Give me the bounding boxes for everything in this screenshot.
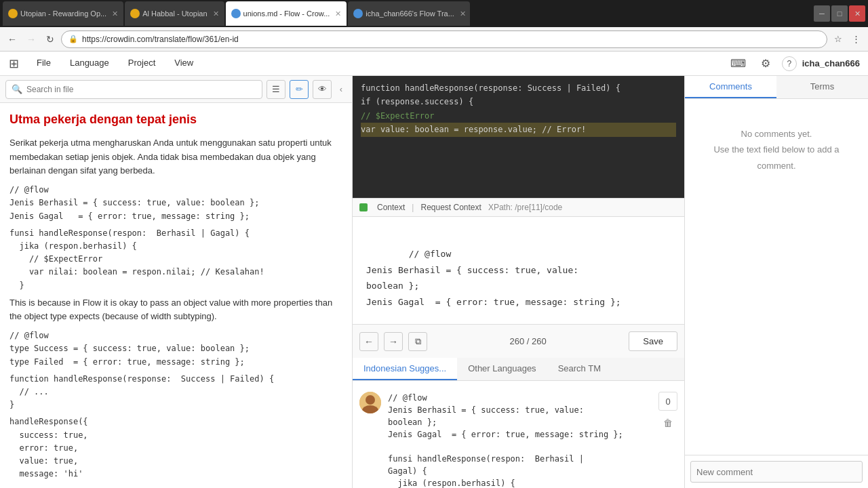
help-btn[interactable]: ? xyxy=(782,56,797,71)
apps-btn[interactable]: ⊞ xyxy=(0,52,27,76)
no-comments-text: No comments yet. Use the text field belo… xyxy=(696,126,857,174)
menu-file[interactable]: File xyxy=(27,52,60,76)
source-title: Utma pekerja dengan tepat jenis xyxy=(9,110,342,129)
editor-toolbar: ← → ⧉ 260 / 260 Save xyxy=(353,324,684,358)
next-segment-btn[interactable]: → xyxy=(384,332,403,351)
grid-icon: ⊞ xyxy=(9,56,19,71)
new-comment-input[interactable] xyxy=(690,461,863,483)
tab-title-4: icha_chan666's Flow Tra... xyxy=(366,9,454,18)
context-link[interactable]: Context xyxy=(377,203,405,212)
tab-unions[interactable]: unions.md - Flow - Crow... ✕ xyxy=(226,1,347,26)
tab-close-btn-4[interactable]: ✕ xyxy=(460,9,466,18)
code-line1: function handleResponse(response: Succes… xyxy=(361,83,620,93)
prev-segment-btn[interactable]: ← xyxy=(359,332,378,351)
menu-bar: ⊞ File Language Project View ⌨ ⚙ ? icha_… xyxy=(0,52,868,76)
menu-language[interactable]: Language xyxy=(60,52,119,76)
source-code3: // @flow type Success = { success: true,… xyxy=(9,329,342,369)
code-line4: var value: boolean = response.value; // … xyxy=(361,125,586,134)
context-indicator xyxy=(359,203,368,211)
keyboard-btn[interactable]: ⌨ xyxy=(728,53,749,75)
trans-line3: boolean }; xyxy=(366,281,419,291)
tab-other-languages[interactable]: Other Languages xyxy=(457,358,547,380)
tab-favicon xyxy=(8,9,18,18)
progress-text: 260 / 260 xyxy=(433,336,623,346)
code-line3: // $ExpectError xyxy=(361,111,434,121)
list-view-btn[interactable]: ☰ xyxy=(267,80,285,99)
browser-chrome: Utopian - Rewarding Op... ✕ Al Habbal - … xyxy=(0,0,868,76)
suggestion-area: // @flowJenis Berhasil = { success: true… xyxy=(353,381,684,488)
suggestion-item: // @flowJenis Berhasil = { success: true… xyxy=(359,388,677,488)
more-btn[interactable]: ⋮ xyxy=(848,31,864,47)
code-view: function handleResponse(response: Succes… xyxy=(353,76,684,198)
tab-title: Utopian - Rewarding Op... xyxy=(20,9,106,18)
tab-title-3: unions.md - Flow - Crow... xyxy=(243,9,330,18)
edit-btn[interactable]: ✏ xyxy=(290,80,309,99)
minimize-btn[interactable]: ─ xyxy=(814,5,830,22)
tab-title-2: Al Habbal - Utopian xyxy=(142,9,207,18)
source-para1: Serikat pekerja utma mengharuskan Anda u… xyxy=(9,136,342,178)
no-comments-line2: Use the text field below to add a commen… xyxy=(696,142,857,174)
tab-close-btn[interactable]: ✕ xyxy=(112,9,118,18)
translation-area[interactable]: // @flow Jenis Berhasil = { success: tru… xyxy=(353,217,684,324)
tab-favicon-3 xyxy=(231,9,241,18)
search-input[interactable] xyxy=(26,85,256,94)
trans-line4: Jenis Gagal = { error: true, message: st… xyxy=(366,297,621,307)
suggestion-text: // @flowJenis Berhasil = { success: true… xyxy=(388,393,623,488)
code-line2: if (response.success) { xyxy=(361,97,473,106)
tab-favicon-2 xyxy=(130,9,140,18)
suggestion-tabs-bar: Indonesian Sugges... Other Languages Sea… xyxy=(353,358,684,381)
address-actions: ☆ ⋮ xyxy=(830,31,864,47)
tab-close-btn-3[interactable]: ✕ xyxy=(335,9,341,18)
source-code5: handleResponse({ success: true, error: t… xyxy=(9,415,342,481)
xpath-text: XPath: /pre[11]/code xyxy=(488,203,562,212)
menu-view[interactable]: View xyxy=(165,52,203,76)
delete-suggestion-btn[interactable]: 🗑 xyxy=(658,413,677,432)
trans-line1: // @flow xyxy=(409,249,452,259)
bookmark-btn[interactable]: ☆ xyxy=(830,31,846,47)
save-button[interactable]: Save xyxy=(629,331,677,351)
close-btn[interactable]: ✕ xyxy=(849,5,865,22)
address-bar: ← → ↻ 🔒 https://crowdin.com/translate/fl… xyxy=(0,27,868,52)
refresh-btn[interactable]: ↻ xyxy=(42,31,58,47)
search-box[interactable]: 🔍 xyxy=(5,80,262,99)
svg-point-1 xyxy=(366,395,375,405)
right-tabs: Comments Terms xyxy=(685,76,868,99)
address-text: https://crowdin.com/translate/flow/361/e… xyxy=(82,35,806,44)
main-layout: 🔍 ☰ ✏ 👁 ‹ Utma pekerja dengan tepat jeni… xyxy=(0,76,868,488)
tab-indonesian[interactable]: Indonesian Sugges... xyxy=(353,358,457,380)
trans-line2: Jenis Berhasil = { success: true, value: xyxy=(366,265,578,275)
tab-terms[interactable]: Terms xyxy=(776,76,868,98)
tab-bar: Utopian - Rewarding Op... ✕ Al Habbal - … xyxy=(0,0,868,27)
preview-btn[interactable]: 👁 xyxy=(313,80,332,99)
toggle-panel-btn[interactable]: ‹ xyxy=(336,80,347,99)
back-btn[interactable]: ← xyxy=(4,31,20,47)
tab-close-btn-2[interactable]: ✕ xyxy=(213,9,219,18)
tab-icha[interactable]: icha_chan666's Flow Tra... ✕ xyxy=(348,1,470,26)
request-context-link[interactable]: Request Context xyxy=(420,203,481,212)
source-code4: function handleResponse(response: Succes… xyxy=(9,373,342,412)
context-sep: | xyxy=(412,203,414,212)
copy-source-btn[interactable]: ⧉ xyxy=(408,332,427,351)
new-comment-area xyxy=(685,455,868,488)
right-panel: Comments Terms No comments yet. Use the … xyxy=(685,76,868,488)
tab-alhabbal[interactable]: Al Habbal - Utopian ✕ xyxy=(125,1,224,26)
context-bar: Context | Request Context XPath: /pre[11… xyxy=(353,198,684,217)
translation-code: // @flow Jenis Berhasil = { success: tru… xyxy=(359,224,677,324)
tab-controls: ─ □ ✕ xyxy=(814,5,865,22)
address-input[interactable]: 🔒 https://crowdin.com/translate/flow/361… xyxy=(61,30,827,48)
lock-icon: 🔒 xyxy=(68,35,78,43)
user-name[interactable]: icha_chan666 xyxy=(802,58,860,68)
maximize-btn[interactable]: □ xyxy=(831,5,848,22)
tab-comments[interactable]: Comments xyxy=(685,76,776,98)
tab-search-tm[interactable]: Search TM xyxy=(547,358,612,380)
source-code2: funsi handleResponse(respon: Berhasil | … xyxy=(9,227,342,292)
tab-favicon-4 xyxy=(353,9,363,18)
menu-project[interactable]: Project xyxy=(119,52,165,76)
center-panel: function handleResponse(response: Succes… xyxy=(353,76,685,488)
source-para2: This is because in Flow it is okay to pa… xyxy=(9,296,342,325)
left-panel: 🔍 ☰ ✏ 👁 ‹ Utma pekerja dengan tepat jeni… xyxy=(0,76,353,488)
tab-utopian[interactable]: Utopian - Rewarding Op... ✕ xyxy=(3,1,123,26)
settings-btn[interactable]: ⚙ xyxy=(755,53,776,75)
avatar-image xyxy=(359,392,381,413)
forward-btn[interactable]: → xyxy=(23,31,39,47)
